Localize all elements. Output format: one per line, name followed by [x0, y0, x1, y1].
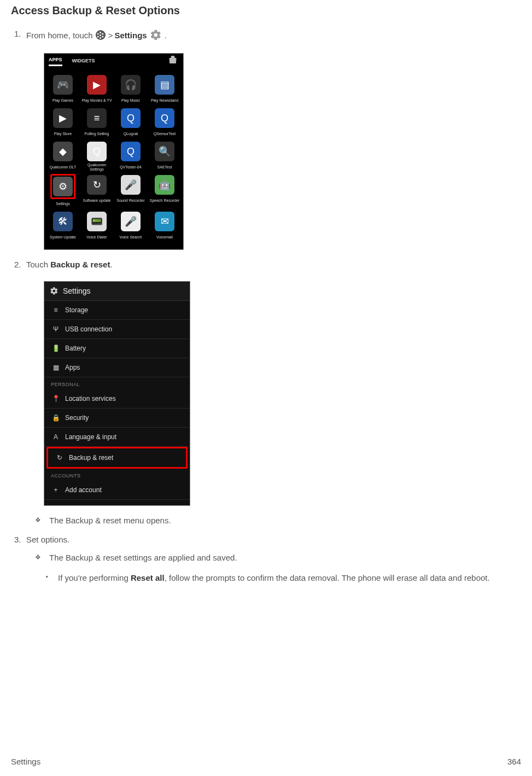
app-play-store[interactable]: ▶Play Store [46, 108, 79, 138]
app-icon: 🛠 [53, 212, 73, 231]
app-speech-recorder[interactable]: 🤖Speech Recorder [148, 175, 181, 208]
settings-item-apps[interactable]: ▦Apps [44, 358, 190, 377]
note-text: The Backup & reset settings are applied … [49, 553, 521, 562]
app-voicemail[interactable]: ✉Voicemail [148, 212, 181, 242]
settings-item-label: Apps [65, 364, 80, 371]
step-1: 1. From home, touch > Settings . APPS WI… [26, 29, 521, 250]
app-icon: 🤖 [155, 175, 174, 195]
app-settings[interactable]: ⚙Settings [46, 175, 79, 208]
app-label: Play Movies & TV [81, 96, 112, 105]
app-icon: 🎤 [121, 175, 141, 195]
app-qlogcat[interactable]: QQLogcat [114, 108, 147, 138]
settings-item-usb-connection[interactable]: ΨUSB connection [44, 320, 190, 339]
step-text: . [165, 31, 167, 40]
settings-title: Settings [63, 287, 91, 295]
step-number: 3. [14, 535, 21, 544]
settings-item-language-input[interactable]: ALanguage & input [44, 428, 190, 447]
app-label: Speech Recorder [150, 196, 179, 205]
app-label: Qualcomm Settings [80, 163, 113, 172]
app-label: QVTester-04 [120, 163, 141, 172]
settings-item-icon: A [52, 433, 60, 441]
settings-item-label: Location services [65, 395, 116, 402]
app-icon: ≡ [87, 108, 107, 128]
app-label: Settings [56, 200, 69, 208]
app-system-update[interactable]: 🛠System Update [46, 212, 79, 242]
app-qvtester-04[interactable]: QQVTester-04 [114, 142, 147, 172]
settings-item-icon: ↻ [56, 454, 63, 462]
app-play-newsstand[interactable]: ▤Play Newsstand [148, 75, 181, 105]
app-icon: ▶ [87, 75, 107, 95]
app-icon: 🎧 [121, 75, 141, 95]
app-label: SAETest [157, 163, 172, 172]
app-icon: ✉ [155, 212, 174, 231]
app-icon: 🎤 [121, 212, 141, 231]
app-play-movies-tv[interactable]: ▶Play Movies & TV [80, 75, 113, 105]
step-number: 2. [14, 260, 21, 269]
page-heading: Access Backup & Reset Options [11, 4, 521, 17]
settings-item-icon: + [52, 486, 60, 494]
app-icon: ◆ [53, 142, 73, 161]
step-2: 2. Touch Backup & reset. Settings ≡Stora… [26, 260, 521, 525]
footer-section: Settings [11, 757, 40, 766]
steps-list: 1. From home, touch > Settings . APPS WI… [11, 29, 521, 585]
settings-item-label: Add account [65, 486, 102, 494]
settings-header: Settings [44, 282, 190, 301]
settings-item-battery[interactable]: 🔋Battery [44, 339, 190, 358]
app-icon: 📟 [87, 212, 107, 231]
apps-icon [96, 30, 106, 40]
app-play-games[interactable]: 🎮Play Games [46, 75, 79, 105]
app-label: Sound Recorder [117, 196, 145, 205]
shop-icon[interactable] [168, 56, 178, 65]
settings-item-icon: ≡ [52, 306, 60, 314]
note-text: If you're performing Reset all, follow t… [58, 572, 521, 585]
settings-item-icon: 📍 [52, 395, 60, 402]
app-sound-recorder[interactable]: 🎤Sound Recorder [114, 175, 147, 208]
step-text: Set options. [26, 535, 69, 544]
highlight-box: ⚙ [50, 174, 75, 199]
app-label: Play Newsstand [151, 96, 178, 105]
settings-item-storage[interactable]: ≡Storage [44, 301, 190, 320]
tab-apps[interactable]: APPS [49, 57, 62, 66]
gear-icon [150, 29, 162, 41]
app-play-music[interactable]: 🎧Play Music [114, 75, 147, 105]
app-saetest[interactable]: 🔍SAETest [148, 142, 181, 172]
settings-item-location-services[interactable]: 📍Location services [44, 389, 190, 409]
app-icon: 🎮 [53, 75, 73, 95]
app-voice-search[interactable]: 🎤Voice Search [114, 212, 147, 242]
footer-page-number: 364 [507, 757, 521, 766]
apps-screenshot: APPS WIDGETS 🎮Play Games▶Play Movies & T… [44, 53, 184, 250]
app-qualcomm-dlt[interactable]: ◆Qualcomm DLT [46, 142, 79, 172]
app-label: QLogcat [124, 130, 138, 138]
tab-widgets[interactable]: WIDGETS [72, 58, 95, 66]
app-icon: ↻ [87, 175, 107, 195]
app-qsensortest[interactable]: QQSensorTest [148, 108, 181, 138]
app-software-update[interactable]: ↻Software update [80, 175, 113, 208]
app-label: Polling Setting [85, 130, 109, 138]
gear-icon [50, 287, 59, 295]
settings-item-icon: 🔋 [52, 345, 60, 352]
section-accounts: ACCOUNTS [44, 469, 190, 481]
app-voice-dialer[interactable]: 📟Voice Dialer [80, 212, 113, 242]
settings-item-label: Backup & reset [69, 454, 113, 462]
app-label: Play Store [54, 130, 72, 138]
app-label: Voicemail [156, 233, 173, 242]
settings-label: Settings [114, 31, 147, 40]
settings-item-backup-reset[interactable]: ↻Backup & reset [46, 447, 188, 469]
settings-item-icon: 🔒 [52, 414, 60, 422]
app-icon: Q [121, 108, 141, 128]
settings-item-label: Battery [65, 345, 86, 352]
app-polling-setting[interactable]: ≡Polling Setting [80, 108, 113, 138]
settings-item-add-account[interactable]: +Add account [44, 481, 190, 500]
app-qualcomm-settings[interactable]: QQualcomm Settings [80, 142, 113, 172]
app-icon: ⚙ [53, 177, 73, 196]
app-label: Qualcomm DLT [50, 163, 77, 172]
settings-screenshot: Settings ≡StorageΨUSB connection🔋Battery… [44, 281, 190, 506]
step-text: > [108, 31, 113, 40]
app-label: Voice Search [119, 233, 142, 242]
settings-item-security[interactable]: 🔒Security [44, 409, 190, 428]
backup-reset-label: Backup & reset [50, 260, 110, 269]
app-icon: ▶ [53, 108, 73, 128]
settings-item-label: Storage [65, 306, 88, 314]
step-text: From home, touch [26, 31, 93, 40]
app-label: QSensorTest [154, 130, 176, 138]
